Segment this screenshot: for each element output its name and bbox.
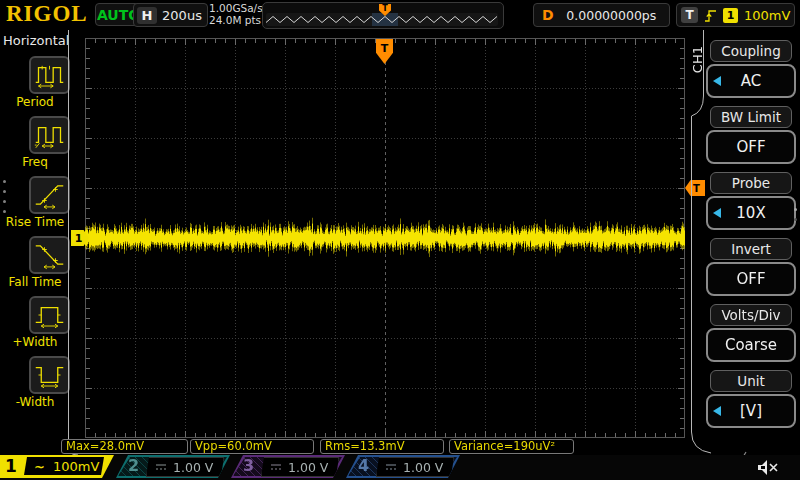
softkey-value[interactable]: OFF [706, 262, 796, 296]
dc-coupling-icon [270, 462, 282, 472]
measurement-vpp: Vpp=60.0mV [190, 439, 314, 454]
chevron-left-icon [713, 208, 721, 218]
softkey-bw-limit[interactable]: BW Limit OFF [706, 106, 796, 164]
softkey-label: Coupling [710, 40, 792, 62]
softkey-unit[interactable]: Unit [V] [706, 370, 796, 428]
softkey-value-text: OFF [736, 138, 765, 156]
oscilloscope-screen: RIGOL AUTO H 200us 1.00GSa/s 24.0M pts T… [0, 0, 800, 480]
menu-page-dot [794, 218, 797, 221]
channel1-status-chip[interactable]: 1 ~ 100mV [0, 455, 114, 478]
measurement-max: Max=28.0mV [61, 439, 188, 454]
softkey-value[interactable]: [V] [706, 394, 796, 428]
chevron-left-icon [713, 76, 721, 86]
softkey-value[interactable]: AC [706, 64, 796, 98]
menu-frame-lines [0, 0, 800, 480]
channel-number: 1 [5, 456, 17, 476]
dc-coupling-icon [385, 462, 397, 472]
measurement-rms: Rms=13.3mV [320, 439, 444, 454]
softkey-volts-div[interactable]: Volts/Div Coarse [706, 304, 796, 362]
softkey-label: Unit [710, 370, 792, 392]
channel-number: 3 [243, 456, 254, 475]
measurement-variance: Variance=190uV² [449, 439, 574, 454]
channel4-status-chip[interactable]: 4 1.00 V [346, 455, 460, 478]
sound-muted-icon [756, 458, 780, 477]
dc-coupling-icon [155, 462, 167, 472]
channel-menu-tab: CH1 [690, 46, 705, 73]
softkey-coupling[interactable]: Coupling AC [706, 40, 796, 98]
channel-scale: 1.00 V [403, 460, 443, 475]
channel2-status-chip[interactable]: 2 1.00 V [116, 455, 230, 478]
menu-page-dot [794, 208, 797, 211]
channel-number: 2 [128, 456, 139, 475]
softkey-probe[interactable]: Probe 10X [706, 172, 796, 230]
softkey-value-text: Coarse [725, 336, 777, 354]
softkey-label: Probe [710, 172, 792, 194]
channel3-status-chip[interactable]: 3 1.00 V [231, 455, 345, 478]
softkey-invert[interactable]: Invert OFF [706, 238, 796, 296]
softkey-value[interactable]: OFF [706, 130, 796, 164]
chevron-left-icon [713, 406, 721, 416]
channel-scale: 100mV [53, 459, 99, 474]
channel-scale: 1.00 V [288, 460, 328, 475]
channel-scale: 1.00 V [173, 460, 213, 475]
softkey-label: BW Limit [710, 106, 792, 128]
softkey-label: Volts/Div [710, 304, 792, 326]
softkey-value-text: OFF [736, 270, 765, 288]
softkey-value[interactable]: 10X [706, 196, 796, 230]
ac-coupling-icon: ~ [34, 459, 45, 474]
channel-number: 4 [358, 456, 369, 475]
softkey-value-text: 10X [736, 204, 765, 222]
softkey-label: Invert [710, 238, 792, 260]
softkey-value-text: AC [741, 72, 761, 90]
channel-status-bar: 1 ~ 100mV 2 1.00 V 3 1.00 V [0, 455, 800, 480]
softkey-value[interactable]: Coarse [706, 328, 796, 362]
softkey-value-text: [V] [740, 402, 762, 420]
